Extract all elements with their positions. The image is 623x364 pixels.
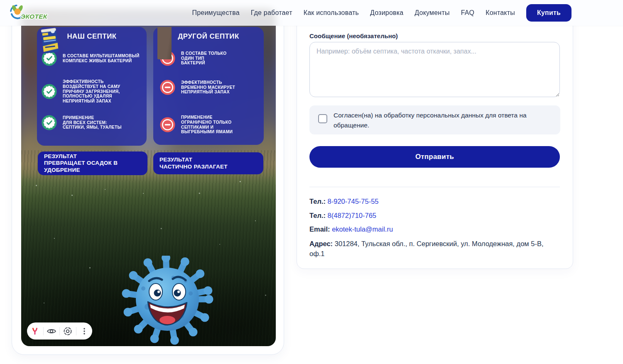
other-septic-item: В СОСТАВЕ ТОЛЬКО ОДИН ТИП БАКТЕРИЙ bbox=[160, 51, 260, 66]
phone-row: Тел.: 8(4872)710-765 bbox=[309, 210, 560, 220]
bacteria-mascot-image bbox=[121, 256, 214, 346]
other-result-box: РЕЗУЛЬТАТ ЧАСТИЧНО РАЗЛАГАЕТ bbox=[153, 152, 263, 174]
site-header: ЭКОТЕК Преимущества Где работает Как исп… bbox=[0, 0, 623, 26]
check-badge-icon bbox=[42, 115, 57, 130]
logo[interactable]: ЭКОТЕК bbox=[8, 3, 48, 23]
submit-button[interactable]: Отправить bbox=[309, 146, 560, 168]
phone-link[interactable]: 8-920-745-75-55 bbox=[328, 198, 379, 205]
toolbar-divider bbox=[43, 327, 44, 335]
minus-circle-icon bbox=[160, 117, 175, 132]
message-textarea[interactable] bbox=[309, 42, 560, 97]
nav-contacts[interactable]: Контакты bbox=[486, 9, 515, 17]
consent-section: Согласен(на) на обработку персональных д… bbox=[309, 105, 560, 134]
buy-button[interactable]: Купить bbox=[526, 4, 571, 22]
logo-text: ЭКОТЕК bbox=[21, 13, 48, 20]
nav-where-it-works[interactable]: Где работает bbox=[251, 9, 292, 17]
email-link[interactable]: ekotek-tula@mail.ru bbox=[332, 225, 393, 233]
address-label: Адрес: bbox=[309, 240, 333, 247]
other-product-bag-image bbox=[157, 27, 172, 59]
address-row: Адрес: 301284, Тульская обл., п. Сергиев… bbox=[309, 239, 560, 259]
more-vertical-icon[interactable] bbox=[78, 325, 90, 337]
main-nav: Преимущества Где работает Как использова… bbox=[192, 0, 571, 26]
yandex-logo-icon[interactable] bbox=[29, 325, 41, 337]
image-overlay-toolbar bbox=[27, 322, 92, 340]
phone-label: Тел.: bbox=[309, 212, 326, 219]
comparison-image-card: НАШ СЕПТИК В СОСТАВЕ МУЛЬТИШТАММОВЫЙ КОМ… bbox=[12, 0, 284, 355]
page: НАШ СЕПТИК В СОСТАВЕ МУЛЬТИШТАММОВЫЙ КОМ… bbox=[0, 0, 623, 364]
our-result-box: РЕЗУЛЬТАТ ПРЕВРАЩАЕТ ОСАДОК В УДОБРЕНИЕ bbox=[38, 151, 147, 175]
eye-icon[interactable] bbox=[46, 325, 57, 337]
our-septic-item: ЭФФЕКТИВНОСТЬ ВОЗДЕЙСТВУЕТ НА САМУ ПРИЧИ… bbox=[42, 79, 143, 104]
nav-dosage[interactable]: Дозировка bbox=[370, 9, 403, 17]
toolbar-divider bbox=[59, 327, 60, 335]
contact-form-card: Сообщение (необязательно) Согласен(на) н… bbox=[297, 0, 573, 269]
nav-advantages[interactable]: Преимущества bbox=[192, 9, 240, 17]
divider bbox=[309, 187, 560, 187]
check-badge-icon bbox=[42, 84, 57, 99]
consent-text: Согласен(на) на обработку персональных д… bbox=[334, 110, 560, 130]
toolbar-divider bbox=[76, 327, 76, 335]
comparison-photo: НАШ СЕПТИК В СОСТАВЕ МУЛЬТИШТАММОВЫЙ КОМ… bbox=[21, 9, 276, 346]
phone-label: Тел.: bbox=[309, 198, 326, 205]
product-package-image bbox=[39, 27, 61, 56]
other-septic-item: ЭФФЕКТИВНОСТЬ ВРЕМЕННО МАСКИРУЕТ НЕПРИЯТ… bbox=[160, 80, 260, 95]
message-label: Сообщение (необязательно) bbox=[309, 32, 398, 39]
email-row: Email: ekotek-tula@mail.ru bbox=[309, 224, 560, 234]
phone-link[interactable]: 8(4872)710-765 bbox=[328, 212, 376, 219]
phone-row: Тел.: 8-920-745-75-55 bbox=[309, 196, 560, 206]
nav-how-to-use[interactable]: Как использовать bbox=[304, 9, 359, 17]
nav-documents[interactable]: Документы bbox=[415, 9, 449, 17]
nav-faq[interactable]: FAQ bbox=[461, 9, 475, 17]
screenshot-search-icon[interactable] bbox=[62, 325, 74, 337]
other-septic-item: ПРИМЕНЕНИЕ ОГРАНИЧЕНО ТОЛЬКО СЕПТИКАМИ И… bbox=[160, 115, 260, 134]
email-label: Email: bbox=[309, 225, 330, 233]
our-septic-item: ПРИМЕНЕНИЕ ДЛЯ ВСЕХ СИСТЕМ: СЕПТИКИ, ЯМЫ… bbox=[42, 115, 143, 130]
minus-circle-icon bbox=[160, 80, 175, 95]
address-value: 301284, Тульская обл., п. Сергиевский, у… bbox=[309, 240, 544, 257]
consent-checkbox[interactable] bbox=[318, 114, 327, 123]
